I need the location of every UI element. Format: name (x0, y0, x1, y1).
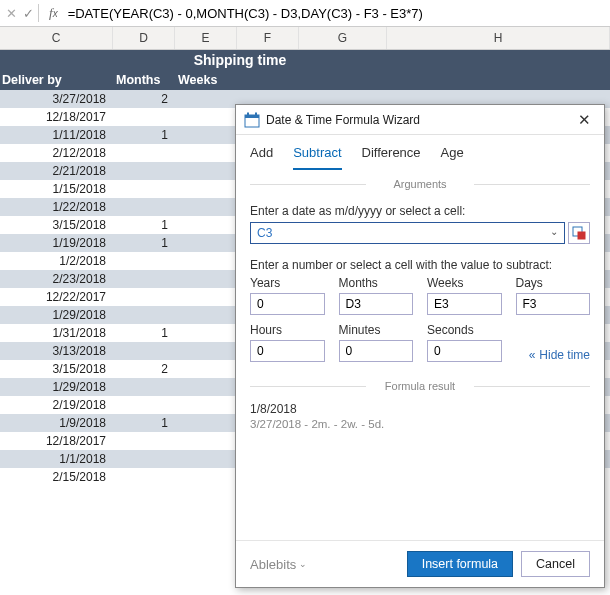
cell-deliver[interactable]: 2/23/2018 (0, 270, 113, 288)
tab-age[interactable]: Age (441, 145, 464, 170)
cell-weeks[interactable] (175, 126, 237, 144)
cell-weeks[interactable] (175, 414, 237, 432)
cell-months[interactable] (113, 378, 175, 396)
tab-difference[interactable]: Difference (362, 145, 421, 170)
cell-deliver[interactable]: 1/9/2018 (0, 414, 113, 432)
cell-deliver[interactable]: 1/29/2018 (0, 378, 113, 396)
cell-deliver[interactable]: 3/15/2018 (0, 360, 113, 378)
cell-weeks[interactable] (175, 450, 237, 468)
cell-weeks[interactable] (175, 432, 237, 450)
seconds-input[interactable] (427, 340, 502, 362)
cell-months[interactable] (113, 468, 175, 486)
cell-months[interactable]: 1 (113, 234, 175, 252)
cell-weeks[interactable] (175, 162, 237, 180)
cell-weeks[interactable] (175, 396, 237, 414)
cell-deliver[interactable]: 3/13/2018 (0, 342, 113, 360)
cancel-x-icon[interactable]: ✕ (6, 6, 17, 21)
cell-months[interactable] (113, 396, 175, 414)
cell-weeks[interactable] (175, 324, 237, 342)
cell-weeks[interactable] (175, 306, 237, 324)
hide-time-link[interactable]: « Hide time (516, 348, 591, 362)
hours-input[interactable] (250, 340, 325, 362)
col-header-g[interactable]: G (299, 27, 387, 49)
arguments-section-label: Arguments (250, 178, 590, 190)
cell-deliver[interactable]: 1/1/2018 (0, 450, 113, 468)
cell-weeks[interactable] (175, 270, 237, 288)
subtract-value-label: Enter a number or select a cell with the… (250, 258, 590, 272)
cell-months[interactable]: 2 (113, 360, 175, 378)
cell-weeks[interactable] (175, 216, 237, 234)
cell-weeks[interactable] (175, 180, 237, 198)
date-input[interactable]: C3 ⌄ (250, 222, 565, 244)
cell-deliver[interactable]: 1/15/2018 (0, 180, 113, 198)
cell-months[interactable] (113, 162, 175, 180)
days-input[interactable] (516, 293, 591, 315)
cell-deliver[interactable]: 1/11/2018 (0, 126, 113, 144)
cancel-button[interactable]: Cancel (521, 551, 590, 577)
cell-deliver[interactable]: 2/19/2018 (0, 396, 113, 414)
fx-icon[interactable]: fx (49, 5, 58, 21)
cell-deliver[interactable]: 12/22/2017 (0, 288, 113, 306)
close-icon[interactable]: ✕ (572, 111, 596, 129)
cell-deliver[interactable]: 1/22/2018 (0, 198, 113, 216)
col-header-d[interactable]: D (113, 27, 175, 49)
cell-weeks[interactable] (175, 108, 237, 126)
cell-deliver[interactable]: 2/15/2018 (0, 468, 113, 486)
dialog-titlebar[interactable]: Date & Time Formula Wizard ✕ (236, 105, 604, 135)
cell-weeks[interactable] (175, 252, 237, 270)
months-input[interactable] (339, 293, 414, 315)
cell-months[interactable]: 1 (113, 324, 175, 342)
cell-weeks[interactable] (175, 378, 237, 396)
cell-months[interactable] (113, 198, 175, 216)
cell-deliver[interactable]: 12/18/2017 (0, 432, 113, 450)
cell-deliver[interactable]: 2/21/2018 (0, 162, 113, 180)
cell-weeks[interactable] (175, 234, 237, 252)
minutes-input[interactable] (339, 340, 414, 362)
cell-weeks[interactable] (175, 198, 237, 216)
cell-deliver[interactable]: 3/27/2018 (0, 90, 113, 108)
cell-months[interactable] (113, 306, 175, 324)
chevron-down-icon[interactable]: ⌄ (550, 226, 558, 237)
cell-months[interactable] (113, 432, 175, 450)
cell-deliver[interactable]: 1/29/2018 (0, 306, 113, 324)
cell-weeks[interactable] (175, 288, 237, 306)
cell-months[interactable]: 2 (113, 90, 175, 108)
cell-months[interactable] (113, 144, 175, 162)
cell-months[interactable]: 1 (113, 216, 175, 234)
cell-months[interactable] (113, 180, 175, 198)
cell-deliver[interactable]: 1/2/2018 (0, 252, 113, 270)
cell-deliver[interactable]: 3/15/2018 (0, 216, 113, 234)
tab-add[interactable]: Add (250, 145, 273, 170)
formula-input[interactable] (64, 4, 610, 23)
weeks-label: Weeks (427, 276, 502, 290)
confirm-check-icon[interactable]: ✓ (23, 6, 34, 21)
cell-months[interactable]: 1 (113, 126, 175, 144)
cell-months[interactable]: 1 (113, 414, 175, 432)
cell-deliver[interactable]: 12/18/2017 (0, 108, 113, 126)
brand-label[interactable]: Ablebits⌄ (250, 557, 399, 572)
cell-weeks[interactable] (175, 342, 237, 360)
cell-weeks[interactable] (175, 90, 237, 108)
cell-weeks[interactable] (175, 360, 237, 378)
cell-months[interactable] (113, 288, 175, 306)
cell-deliver[interactable]: 1/31/2018 (0, 324, 113, 342)
cell-months[interactable] (113, 252, 175, 270)
tab-subtract[interactable]: Subtract (293, 145, 341, 170)
cell-months[interactable] (113, 342, 175, 360)
cell-weeks[interactable] (175, 144, 237, 162)
col-header-e[interactable]: E (175, 27, 237, 49)
date-time-wizard-dialog: Date & Time Formula Wizard ✕ Add Subtrac… (235, 104, 605, 588)
weeks-input[interactable] (427, 293, 502, 315)
cell-picker-icon[interactable] (568, 222, 590, 244)
col-header-f[interactable]: F (237, 27, 299, 49)
col-header-c[interactable]: C (0, 27, 113, 49)
insert-formula-button[interactable]: Insert formula (407, 551, 513, 577)
col-header-h[interactable]: H (387, 27, 610, 49)
cell-months[interactable] (113, 270, 175, 288)
cell-months[interactable] (113, 450, 175, 468)
cell-weeks[interactable] (175, 468, 237, 486)
cell-deliver[interactable]: 1/19/2018 (0, 234, 113, 252)
cell-months[interactable] (113, 108, 175, 126)
cell-deliver[interactable]: 2/12/2018 (0, 144, 113, 162)
years-input[interactable] (250, 293, 325, 315)
